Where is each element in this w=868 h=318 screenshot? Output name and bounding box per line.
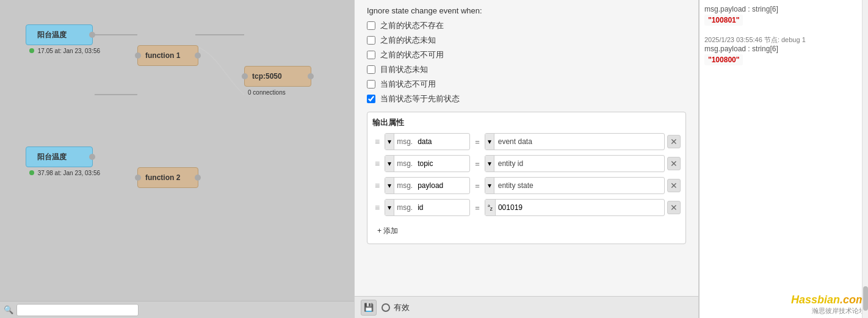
scrollbar-thumb[interactable] <box>863 286 868 311</box>
node-sensor1-label: 阳台温度 <box>37 30 67 40</box>
save-icon: 💾 <box>364 303 374 312</box>
msg-field-input-1[interactable] <box>415 159 458 168</box>
msg-dropdown-2[interactable]: ▾ <box>385 178 394 193</box>
msg-label-0: msg. <box>394 137 415 146</box>
checkbox-3[interactable] <box>367 65 375 74</box>
value-dropdown-3[interactable]: ᵃz <box>485 200 496 215</box>
debug-panel: msg.payload : string[6] "100801" 2025/1/… <box>699 0 868 318</box>
value-select-1: ▾ entity id <box>485 155 665 172</box>
config-content: Ignore state change event when: 之前的状态不存在… <box>355 0 698 296</box>
node-function2-label: function 2 <box>145 173 180 182</box>
equals-3: = <box>472 203 482 212</box>
msg-dropdown-1[interactable]: ▾ <box>385 156 394 172</box>
msg-label-3: msg. <box>394 203 415 212</box>
hassbian-logo: Hassbian.com <box>791 294 866 306</box>
checkbox-0[interactable] <box>367 21 375 30</box>
node-tcp[interactable]: tcp:5050 0 connections <box>244 66 311 87</box>
checkbox-5[interactable] <box>367 95 375 103</box>
add-row-button[interactable]: + 添加 <box>372 223 403 239</box>
node-sensor1[interactable]: 阳台温度 17.05 at: Jan 23, 03:56 <box>26 24 93 45</box>
node-sensor2-status: 37.98 at: Jan 23, 03:56 <box>29 170 100 176</box>
msg-dropdown-0[interactable]: ▾ <box>385 134 394 150</box>
msg-select-1: ▾ msg. <box>385 155 470 172</box>
msg-dropdown-3[interactable]: ▾ <box>385 200 394 215</box>
node-function1-input <box>135 52 141 59</box>
debug-entry-0: msg.payload : string[6] "100801" <box>704 5 863 28</box>
value-select-2: ▾ entity state <box>485 177 665 194</box>
output-row-3: ≡ ▾ msg. = ᵃz ✕ <box>372 199 681 216</box>
node-tcp-input <box>242 73 248 79</box>
search-icon: 🔍 <box>4 305 13 314</box>
value-select-0: ▾ event data <box>485 133 665 150</box>
checkbox-1[interactable] <box>367 36 375 45</box>
status-green-dot2 <box>29 170 34 175</box>
checkbox-row-1: 之前的状态未知 <box>367 35 686 46</box>
equals-0: = <box>472 137 482 146</box>
node-sensor1-status: 17.05 at: Jan 23, 03:56 <box>29 48 100 54</box>
node-function1-label: function 1 <box>145 51 180 60</box>
delete-btn-3[interactable]: ✕ <box>667 201 681 214</box>
node-function1[interactable]: function 1 <box>137 45 198 66</box>
status-green-dot <box>29 48 34 53</box>
value-text-0: event data <box>494 137 536 146</box>
checkbox-row-0: 之前的状态不存在 <box>367 20 686 31</box>
node-function1-output <box>195 52 201 59</box>
checkbox-4[interactable] <box>367 80 375 89</box>
output-section: 输出属性 ≡ ▾ msg. = ▾ event data <box>367 112 686 244</box>
node-function2[interactable]: function 2 <box>137 167 198 188</box>
output-row-0: ≡ ▾ msg. = ▾ event data ✕ <box>372 133 681 150</box>
drag-handle-2[interactable]: ≡ <box>372 181 382 190</box>
checkbox-label-5: 当前状态等于先前状态 <box>380 93 460 104</box>
checkbox-row-3: 目前状态未知 <box>367 64 686 75</box>
delete-btn-2[interactable]: ✕ <box>667 179 681 192</box>
msg-field-input-0[interactable] <box>415 137 458 146</box>
ignore-label: Ignore state change event when: <box>367 6 686 15</box>
status-label: 有效 <box>394 302 410 313</box>
debug-type-1: msg.payload : string[6] <box>704 45 863 53</box>
drag-handle-0[interactable]: ≡ <box>372 137 382 146</box>
msg-select-0: ▾ msg. <box>385 133 470 150</box>
scrollbar-indicator[interactable] <box>862 0 868 318</box>
value-dropdown-1[interactable]: ▾ <box>485 156 494 172</box>
msg-field-input-2[interactable] <box>415 181 458 190</box>
value-input-3[interactable] <box>496 203 664 212</box>
search-input[interactable] <box>16 304 139 316</box>
config-panel: Ignore state change event when: 之前的状态不存在… <box>354 0 699 318</box>
node-function2-input <box>135 175 141 181</box>
save-button[interactable]: 💾 <box>361 300 377 316</box>
node-sensor2[interactable]: 阳台温度 37.98 at: Jan 23, 03:56 <box>26 146 93 167</box>
canvas-area: 阳台温度 17.05 at: Jan 23, 03:56 function 1 … <box>0 0 354 318</box>
output-row-1: ≡ ▾ msg. = ▾ entity id ✕ <box>372 155 681 172</box>
msg-field-input-3[interactable] <box>415 203 458 212</box>
status-radio <box>382 303 390 312</box>
node-sensor2-output <box>89 154 95 160</box>
delete-btn-0[interactable]: ✕ <box>667 135 681 148</box>
msg-select-2: ▾ msg. <box>385 177 470 194</box>
value-select-3: ᵃz <box>485 199 665 216</box>
value-dropdown-2[interactable]: ▾ <box>485 178 494 193</box>
node-sensor1-output <box>89 32 95 38</box>
checkbox-2[interactable] <box>367 51 375 59</box>
debug-timestamp-1: 2025/1/23 03:55:46 节点: debug 1 <box>704 35 863 45</box>
delete-btn-1[interactable]: ✕ <box>667 157 681 170</box>
debug-value-1: "100800" <box>704 54 743 65</box>
equals-1: = <box>472 159 482 168</box>
debug-value-0: "100801" <box>704 15 743 26</box>
hassbian-sub: 瀚思彼岸技术论坛 <box>812 306 866 316</box>
output-row-2: ≡ ▾ msg. = ▾ entity state ✕ <box>372 177 681 194</box>
canvas-search-bar: 🔍 <box>0 301 354 318</box>
node-tcp-label: tcp:5050 <box>252 72 282 81</box>
node-tcp-output <box>308 73 314 79</box>
node-sensor2-label: 阳台温度 <box>37 152 67 162</box>
value-dropdown-0[interactable]: ▾ <box>485 134 494 150</box>
checkbox-row-4: 当前状态不可用 <box>367 79 686 90</box>
checkbox-label-4: 当前状态不可用 <box>380 79 436 90</box>
checkbox-label-2: 之前的状态不可用 <box>380 49 444 60</box>
drag-handle-3[interactable]: ≡ <box>372 203 382 212</box>
drag-handle-1[interactable]: ≡ <box>372 159 382 168</box>
node-function2-output <box>195 175 201 181</box>
value-text-2: entity state <box>494 181 537 190</box>
equals-2: = <box>472 181 482 190</box>
debug-type-0: msg.payload : string[6] <box>704 5 863 13</box>
hassbian-watermark: Hassbian.com 瀚思彼岸技术论坛 <box>789 291 868 318</box>
